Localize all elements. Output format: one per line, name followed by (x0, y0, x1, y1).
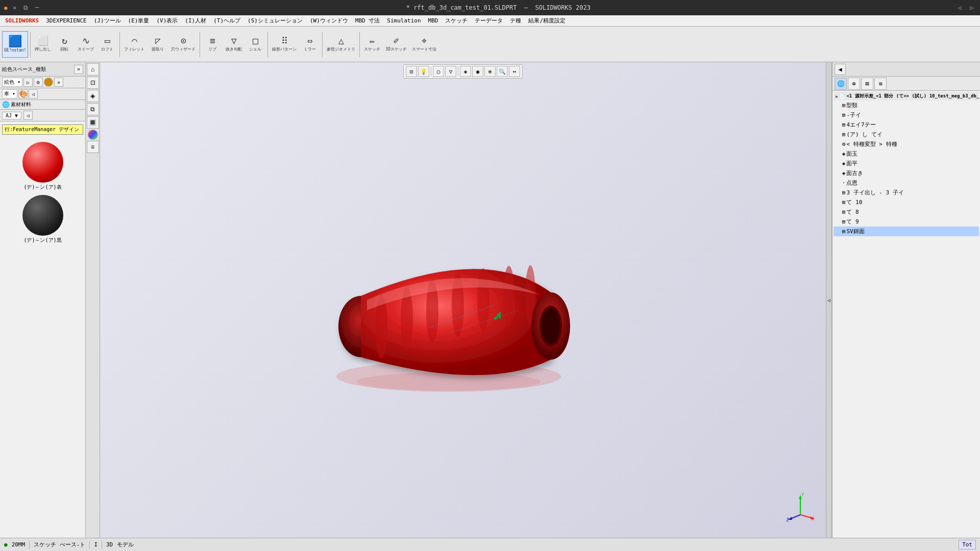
palette-dropdown[interactable]: 絵色 ▾ (2, 78, 22, 87)
tree-item-8[interactable]: ⊞ て 8 (834, 207, 979, 217)
menu-t[interactable]: (T)ヘルプ (210, 16, 243, 26)
3dsketch-button[interactable]: ✐ 3Dスケッチ (383, 31, 409, 58)
tree-item-tokushu[interactable]: ⚙ < 特種変型 > 特種 (834, 139, 979, 149)
axis-btn[interactable]: AJ ▼ (2, 112, 21, 119)
rp-list-btn[interactable]: ≡ (874, 78, 887, 90)
tree-item-koiextrude[interactable]: ⊞ 3 子イ出し - 3 子イ (834, 188, 979, 197)
sub-view-btn[interactable]: ◈ (87, 90, 99, 102)
dimension-button[interactable]: ⌖ スマート寸法 (410, 31, 438, 58)
sub-color-btn[interactable] (88, 130, 98, 140)
tree-expand-svnishiki (836, 229, 841, 234)
menu-simulation[interactable]: Simulation (384, 16, 424, 25)
draft-icon: ▽ (231, 36, 237, 45)
hole-icon: ⊙ (181, 36, 186, 45)
vp-section-btn[interactable]: ○ (433, 66, 444, 77)
collapse-handle[interactable]: ◁ (826, 62, 832, 538)
sweep-button[interactable]: ∿ スイープ (76, 31, 96, 58)
sub-list-btn[interactable]: ≡ (87, 141, 99, 153)
sub-zoom-fit-btn[interactable]: ⊡ (87, 77, 99, 89)
menu-v[interactable]: (V)表示 (153, 16, 181, 26)
palette-btn[interactable]: 🎨 (18, 89, 28, 98)
sub-section-btn[interactable]: ⧉ (87, 103, 99, 115)
expand-right-btn[interactable]: » (54, 78, 63, 87)
sketch-button[interactable]: ✏ スケッチ (362, 31, 382, 58)
tree-item-svnishiki[interactable]: ⊞ SV錦面 (834, 227, 979, 236)
tree-label-katarui: 型類 (846, 102, 857, 109)
expand-left-btn[interactable]: » (74, 65, 83, 74)
vp-hide-btn[interactable]: ▽ (445, 66, 456, 77)
car-dropdown[interactable]: 車 ▾ (2, 89, 17, 98)
forward-btn[interactable]: ▷ (968, 4, 976, 12)
tree-label-teon: 点恩 (846, 179, 857, 187)
instant3d-button[interactable]: 🟦 GE!nstan! (2, 31, 28, 58)
back-btn-left[interactable]: ◁ (29, 89, 38, 98)
rp-back-btn[interactable]: ◀ (835, 64, 846, 75)
rp-globe-btn[interactable]: 🌐 (835, 78, 847, 90)
tree-item-ashi[interactable]: ⊞ (ア) し てイ (834, 130, 979, 139)
rp-plus-btn[interactable]: ⊕ (848, 78, 860, 90)
tree-item-10[interactable]: ⊞ て 10 (834, 197, 979, 207)
tree-item-menflat[interactable]: ◈ 面平 (834, 159, 979, 168)
back-btn[interactable]: ◁ (955, 4, 964, 12)
status-unit: 20MM (12, 541, 26, 548)
draft-button[interactable]: ▽ 抜き勾配 (224, 31, 244, 58)
extrude-button[interactable]: ⬜ 押し出し (33, 31, 53, 58)
sub-home-btn[interactable]: ⌂ (87, 63, 99, 76)
revolve-button[interactable]: ↻ 回転 (54, 31, 75, 58)
ref-geometry-button[interactable]: △ 参照ジオメトリ (325, 31, 357, 58)
expand-btn[interactable]: ▷ (23, 78, 33, 87)
material-item-red[interactable]: (デ)～ン(ア)表 (2, 140, 83, 193)
shell-button[interactable]: □ シェル (245, 31, 265, 58)
settings-icon[interactable]: ⚙ (34, 78, 43, 87)
scene-material-label[interactable]: 素材材料 (11, 101, 31, 108)
tree-item-header[interactable]: ▶ 📄 <1 源対示差_<1 部分 (て>> (試し) 10_test_meg_… (834, 92, 979, 101)
menu-sketch[interactable]: スケッチ (442, 16, 471, 26)
vp-light-btn[interactable]: 💡 (418, 66, 429, 77)
sub-display-btn[interactable]: 🔳 (87, 116, 99, 129)
vp-zoom-btn[interactable]: 🔍 (497, 66, 508, 77)
vp-display-btn[interactable]: ⊡ (406, 66, 417, 77)
expand-panel-btn[interactable]: ◁ (23, 111, 33, 120)
tree-item-teon[interactable]: · 点恩 (834, 178, 979, 188)
menu-tekind[interactable]: テ種 (507, 16, 524, 26)
menu-w[interactable]: (W)ウィンドウ (307, 16, 351, 26)
vp-measure-btn[interactable]: ↔ (509, 66, 520, 77)
mirror-button[interactable]: ⇔ ミラー (300, 31, 320, 58)
tree-item-4e[interactable]: ⊞ 4エイ7テー (834, 120, 979, 130)
menu-tedata[interactable]: テーデータ (472, 16, 506, 26)
menu-s[interactable]: (S)シミュレーション (244, 16, 306, 26)
chamfer-button[interactable]: ◸ 面取り (148, 31, 168, 58)
shell-icon: □ (253, 36, 258, 45)
menu-i[interactable]: (I)人材 (182, 16, 209, 26)
restore-btn[interactable]: ⧉ (22, 4, 30, 12)
tree-item-katarui[interactable]: ⊞ 型類 (834, 101, 979, 110)
chamfer-label: 面取り (152, 46, 164, 52)
loft-button[interactable]: ▭ ロフト (97, 31, 117, 58)
tree-item-mentama[interactable]: ◈ 面玉 (834, 149, 979, 159)
tree-item-menfurui[interactable]: ◈ 面古き (834, 168, 979, 178)
menu-mbd[interactable]: MBD 寸法 (352, 16, 383, 26)
rib-button[interactable]: ≡ リブ (202, 31, 223, 58)
tree-label-9: て 9 (846, 218, 859, 226)
tree-item-9[interactable]: ⊞ て 9 (834, 217, 979, 227)
menu-result[interactable]: 結果/精度設定 (525, 16, 569, 26)
linear-pattern-icon: ⠿ (281, 36, 288, 45)
rp-grid-btn[interactable]: ⊞ (861, 78, 873, 90)
material-item-black[interactable]: (デ)～ン(ア)黒 (2, 193, 83, 246)
vp-snap-btn[interactable]: ⊕ (484, 66, 496, 77)
menu-3dexp[interactable]: 3DEXPERIENCE (43, 16, 89, 25)
close-btn[interactable]: ✕ (11, 4, 19, 12)
menu-j[interactable]: (J)ツール (91, 16, 124, 26)
vp-filter-btn[interactable]: ◈ (460, 66, 471, 77)
fillet-button[interactable]: ⌒ フィレット (122, 31, 146, 58)
tree-item-koi[interactable]: ⊞ -子イ (834, 110, 979, 120)
vp-magnet-btn[interactable]: ◉ (472, 66, 483, 77)
minimize-btn[interactable]: ─ (33, 4, 41, 12)
color-sphere-btn[interactable] (44, 78, 53, 87)
linear-pattern-button[interactable]: ⠿ 線形パターン (270, 31, 299, 58)
menu-mbd2[interactable]: MBD (425, 16, 442, 25)
viewport[interactable]: ⊡ 💡 ○ ▽ ◈ ◉ ⊕ 🔍 ↔ (100, 62, 826, 538)
menu-e[interactable]: (E)単量 (125, 16, 153, 26)
menu-solidworks[interactable]: SOLIDWORKS (2, 16, 42, 25)
hole-button[interactable]: ⊙ 穴ウィザード (169, 31, 198, 58)
